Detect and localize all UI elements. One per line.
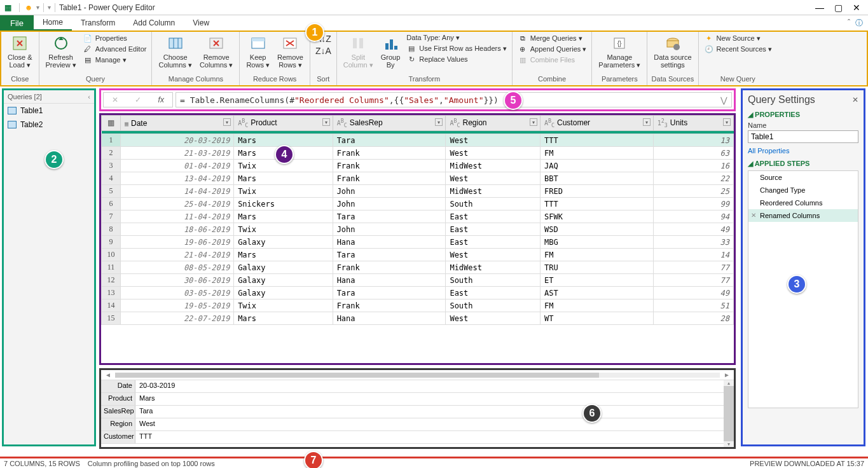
cell[interactable]: Mars [234,249,333,261]
cell[interactable]: 28 [653,312,733,325]
table-row[interactable]: 919-06-2019GalaxyHanaEastMBG33 [102,236,734,249]
cell[interactable]: 19-06-2019 [121,236,234,249]
cell[interactable]: John [333,185,446,198]
cell[interactable]: Frank [333,299,446,312]
row-number[interactable]: 11 [102,261,121,274]
advanced-editor-button[interactable]: 🖊Advanced Editor [81,44,148,54]
cell[interactable]: TTT [540,198,653,210]
cell[interactable]: TRU [540,261,653,274]
cell[interactable]: Snickers [234,198,333,210]
cell[interactable]: 77 [653,274,733,287]
row-number[interactable]: 3 [102,160,121,172]
row-number[interactable]: 8 [102,223,121,236]
cell[interactable]: West [446,312,541,325]
vertical-scrollbar[interactable]: ▴▾ [724,380,734,447]
cell[interactable]: FRED [540,185,653,198]
accept-formula-icon[interactable]: ✓ [135,95,141,104]
cell[interactable]: East [446,223,541,236]
remove-columns-button[interactable]: Remove Columns ▾ [197,33,235,71]
filter-dropdown-icon[interactable]: ▾ [723,118,731,126]
cell[interactable]: Galaxy [234,274,333,287]
column-header[interactable]: 123Units▾ [653,116,733,131]
file-tab[interactable]: File [0,15,34,31]
cell[interactable]: South [446,299,541,312]
transform-tab[interactable]: Transform [72,15,124,31]
filter-dropdown-icon[interactable]: ▾ [530,118,537,126]
column-header[interactable]: ABCProduct▾ [234,116,333,131]
filter-dropdown-icon[interactable]: ▾ [643,118,651,126]
table-row[interactable]: 514-04-2019TwixJohnMidWestFRED25 [102,185,734,198]
cell[interactable]: 08-05-2019 [121,261,234,274]
cell[interactable]: JAQ [540,160,653,172]
row-number[interactable]: 4 [102,172,121,185]
table-row[interactable]: 818-06-2019TwixJohnEastWSD49 [102,223,734,236]
table-row[interactable]: 711-04-2019MarsTaraEastSFWK94 [102,210,734,223]
cell[interactable]: Frank [333,172,446,185]
cell[interactable]: 14-04-2019 [121,185,234,198]
select-all-corner[interactable]: ▦ [102,116,121,131]
fx-icon[interactable]: fx [158,95,164,104]
close-load-button[interactable]: Close & Load ▾ [5,33,35,71]
cell[interactable]: FM [540,299,653,312]
cell[interactable]: Hana [333,274,446,287]
cell[interactable]: 25-04-2019 [121,198,234,210]
cancel-formula-icon[interactable]: ✕ [112,95,118,104]
query-item[interactable]: Table1 [4,104,94,118]
column-header[interactable]: ▦Date▾ [121,116,234,131]
query-name-input[interactable] [748,130,858,143]
horizontal-scrollbar[interactable]: ◄► [101,370,734,380]
cell[interactable]: 01-04-2019 [121,160,234,172]
cell[interactable]: 51 [653,299,733,312]
properties-button[interactable]: 📄Properties [81,33,148,43]
cell[interactable]: ET [540,274,653,287]
cell[interactable]: 49 [653,223,733,236]
formula-bar[interactable]: = Table.RenameColumns(#"Reordered Column… [176,92,732,107]
cell[interactable]: 63 [653,147,733,160]
cell[interactable]: Tara [333,134,446,147]
cell[interactable]: 16 [653,160,733,172]
home-tab[interactable]: Home [34,15,72,31]
cell[interactable]: Mars [234,172,333,185]
datatype-button[interactable]: Data Type: Any ▾ [405,33,507,43]
first-row-headers-button[interactable]: ▤Use First Row as Headers ▾ [405,43,507,53]
cell[interactable]: East [446,210,541,223]
table-row[interactable]: 1230-06-2019GalaxyHanaSouthET77 [102,274,734,287]
close-window-button[interactable]: ✕ [853,3,860,13]
addcolumn-tab[interactable]: Add Column [124,15,184,31]
column-header[interactable]: ABCCustomer▾ [540,116,653,131]
cell[interactable]: Twix [234,299,333,312]
cell[interactable]: Tara [333,249,446,261]
help-icon[interactable]: ⓘ [855,18,863,29]
filter-dropdown-icon[interactable]: ▾ [223,118,231,126]
row-number[interactable]: 12 [102,274,121,287]
remove-rows-button[interactable]: Remove Rows ▾ [275,33,306,71]
cell[interactable]: 22 [653,172,733,185]
filter-dropdown-icon[interactable]: ▾ [435,118,443,126]
ribbon-collapse-icon[interactable]: ˆ [848,18,850,27]
cell[interactable]: Mars [234,312,333,325]
cell[interactable]: MidWest [446,185,541,198]
cell[interactable]: Galaxy [234,236,333,249]
column-header[interactable]: ABCRegion▾ [446,116,541,131]
refresh-preview-button[interactable]: Refresh Preview ▾ [43,33,79,71]
cell[interactable]: WT [540,312,653,325]
row-number[interactable]: 2 [102,147,121,160]
applied-steps-section[interactable]: APPLIED STEPS [748,160,858,168]
new-source-button[interactable]: ✦New Source ▾ [703,33,773,43]
query-item[interactable]: Table2 [4,118,94,132]
recent-sources-button[interactable]: 🕘Recent Sources ▾ [703,44,773,54]
row-number[interactable]: 13 [102,287,121,299]
cell[interactable]: FM [540,249,653,261]
append-queries-button[interactable]: ⊕Append Queries ▾ [516,44,588,54]
filter-dropdown-icon[interactable]: ▾ [322,118,330,126]
cell[interactable]: AST [540,287,653,299]
cell[interactable]: Frank [333,261,446,274]
row-number[interactable]: 10 [102,249,121,261]
cell[interactable]: Tara [333,287,446,299]
properties-section[interactable]: PROPERTIES [748,111,858,119]
table-row[interactable]: 1303-05-2019GalaxyTaraEastAST49 [102,287,734,299]
table-row[interactable]: 1522-07-2019MarsHanaWestWT28 [102,312,734,325]
cell[interactable]: 11-04-2019 [121,210,234,223]
cell[interactable]: 99 [653,198,733,210]
manage-button[interactable]: ▤Manage ▾ [81,55,148,65]
